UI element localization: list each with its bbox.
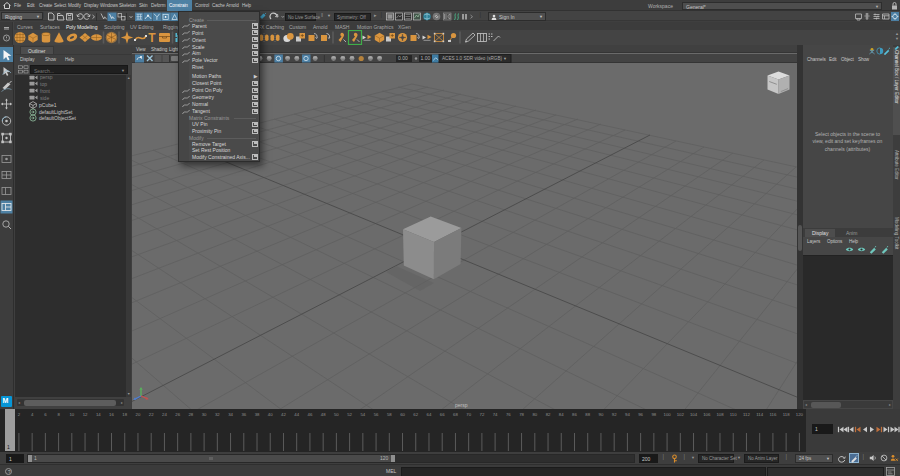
- svg-text:80: 80: [532, 412, 537, 417]
- svg-text:48: 48: [321, 412, 326, 417]
- svg-text:78: 78: [519, 412, 524, 417]
- svg-text:62: 62: [413, 412, 418, 417]
- svg-text:110: 110: [730, 412, 737, 417]
- svg-text:10: 10: [69, 412, 74, 417]
- svg-text:20: 20: [136, 412, 141, 417]
- svg-text:86: 86: [572, 412, 577, 417]
- svg-text:72: 72: [480, 412, 485, 417]
- svg-text:66: 66: [440, 412, 445, 417]
- svg-text:114: 114: [756, 412, 763, 417]
- svg-text:28: 28: [188, 412, 193, 417]
- svg-text:108: 108: [716, 412, 724, 417]
- svg-text:46: 46: [308, 412, 313, 417]
- svg-text:44: 44: [294, 412, 299, 417]
- svg-text:90: 90: [599, 412, 604, 417]
- svg-text:84: 84: [559, 412, 564, 417]
- svg-text:52: 52: [347, 412, 352, 417]
- svg-text:38: 38: [255, 412, 260, 417]
- svg-text:56: 56: [374, 412, 379, 417]
- svg-text:116: 116: [769, 412, 776, 417]
- svg-text:22: 22: [149, 412, 154, 417]
- svg-text:8: 8: [57, 412, 60, 417]
- svg-text:34: 34: [228, 412, 233, 417]
- svg-text:▼: ▼: [503, 56, 507, 61]
- svg-text:94: 94: [625, 412, 630, 417]
- svg-text:0.00: 0.00: [398, 55, 408, 61]
- svg-text:106: 106: [703, 412, 711, 417]
- svg-text:58: 58: [387, 412, 392, 417]
- svg-text:104: 104: [690, 412, 698, 417]
- svg-text:12: 12: [83, 412, 88, 417]
- svg-text:18: 18: [122, 412, 127, 417]
- svg-text:120: 120: [796, 412, 804, 417]
- svg-text:88: 88: [585, 412, 590, 417]
- svg-text:14: 14: [96, 412, 101, 417]
- svg-text:2: 2: [18, 412, 21, 417]
- svg-text:98: 98: [651, 412, 656, 417]
- svg-text:ACES 1.0 SDR video (sRGB): ACES 1.0 SDR video (sRGB): [442, 56, 502, 61]
- svg-text:40: 40: [268, 412, 273, 417]
- svg-text:1.00: 1.00: [421, 55, 431, 61]
- svg-text:74: 74: [493, 412, 498, 417]
- svg-text:92: 92: [612, 412, 617, 417]
- svg-text:24: 24: [162, 412, 167, 417]
- svg-text:76: 76: [506, 412, 511, 417]
- svg-text:6: 6: [44, 412, 47, 417]
- svg-text:60: 60: [400, 412, 405, 417]
- svg-text:4: 4: [31, 412, 34, 417]
- svg-text:102: 102: [677, 412, 685, 417]
- svg-text:26: 26: [175, 412, 180, 417]
- svg-text:50: 50: [334, 412, 339, 417]
- svg-text:118: 118: [783, 412, 790, 417]
- svg-text:96: 96: [638, 412, 643, 417]
- svg-text:42: 42: [281, 412, 286, 417]
- svg-text:T: T: [148, 31, 156, 45]
- svg-text:30: 30: [202, 412, 207, 417]
- svg-text:82: 82: [546, 412, 551, 417]
- svg-text:32: 32: [215, 412, 220, 417]
- svg-text:36: 36: [241, 412, 246, 417]
- svg-text:16: 16: [109, 412, 114, 417]
- svg-text:68: 68: [453, 412, 458, 417]
- svg-text:70: 70: [466, 412, 471, 417]
- svg-text:100: 100: [664, 412, 672, 417]
- svg-text:64: 64: [427, 412, 432, 417]
- svg-text:112: 112: [743, 412, 750, 417]
- svg-text:54: 54: [360, 412, 365, 417]
